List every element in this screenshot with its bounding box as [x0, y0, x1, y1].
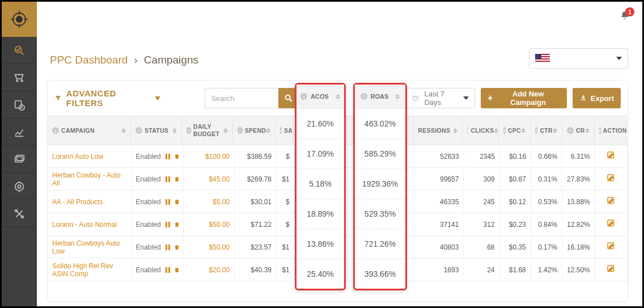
cpc-cell: $0.12 [500, 191, 531, 213]
svg-point-8 [16, 80, 18, 82]
col-clicks[interactable]: iCLICKS [463, 116, 499, 145]
pause-icon[interactable] [164, 199, 171, 205]
trash-icon[interactable] [173, 244, 180, 251]
cpc-cell: $0.87 [500, 168, 531, 190]
acos-value: 18.89% [296, 199, 344, 229]
advanced-filters-toggle[interactable]: ADVANCED FILTERS [54, 88, 160, 108]
roas-highlight-column: iROAS 463.02%585.29%1929.36%529.35%721.2… [353, 83, 407, 290]
roas-header[interactable]: iROAS [355, 85, 405, 108]
edit-button[interactable] [606, 218, 616, 230]
spend-cell: $386.59 [235, 145, 277, 167]
clicks-cell: 24 [464, 259, 499, 281]
sidebar-item-cart[interactable] [2, 64, 37, 91]
ctr-cell: 0.84% [531, 213, 562, 235]
campaign-link[interactable]: Lorann - Auto Normal [48, 213, 132, 235]
country-select[interactable] [529, 48, 628, 69]
spend-cell: $23.57 [235, 236, 277, 258]
col-spend[interactable]: iSPEND [233, 116, 276, 145]
pause-icon[interactable] [164, 267, 171, 273]
add-campaign-label: Add New Campaign [496, 90, 560, 107]
svg-rect-26 [168, 176, 170, 182]
budget-cell[interactable]: $100.00 [184, 145, 235, 167]
trash-icon[interactable] [173, 153, 180, 160]
roas-label: ROAS [371, 93, 389, 100]
pause-icon[interactable] [164, 176, 171, 183]
trash-icon[interactable] [173, 221, 180, 228]
add-campaign-button[interactable]: +Add New Campaign [481, 88, 567, 108]
edit-button[interactable] [606, 196, 616, 208]
sidebar-item-trends[interactable] [2, 119, 37, 146]
acos-value: 21.60% [296, 108, 344, 138]
spend-cell: $269.78 [235, 168, 277, 190]
spend-cell: $40.39 [235, 259, 277, 281]
cpc-cell: $0.35 [500, 236, 531, 258]
topbar: 1 [37, 2, 642, 37]
budget-cell[interactable]: $20.00 [184, 259, 235, 281]
campaign-link[interactable]: Herban Cowboys Auto Low [48, 236, 132, 258]
edit-button[interactable] [606, 241, 616, 253]
ctr-cell: 1.42% [531, 259, 562, 281]
budget-cell[interactable]: $50.00 [184, 213, 235, 235]
roas-value: 721.26% [355, 229, 405, 259]
edit-button[interactable] [606, 150, 616, 162]
budget-cell[interactable]: $5.00 [184, 191, 235, 213]
acos-value: 25.40% [296, 259, 344, 289]
export-button[interactable]: Export [573, 88, 621, 108]
col-cr[interactable]: iCR [562, 116, 595, 145]
edit-button[interactable] [606, 173, 616, 185]
pause-icon[interactable] [164, 244, 171, 251]
col-campaign[interactable]: iCAMPAIGN [48, 116, 131, 145]
ctr-cell: 0.66% [531, 145, 562, 167]
action-cell [595, 259, 628, 281]
status-cell: Enabled [132, 236, 184, 258]
cr-cell: 6.31% [562, 145, 595, 167]
svg-point-1 [16, 16, 22, 22]
budget-cell[interactable]: $50.00 [184, 236, 235, 258]
campaign-link[interactable]: Lorann Auto Low [48, 145, 132, 167]
svg-rect-28 [166, 199, 167, 205]
sales-fragment-cell: $ [277, 145, 295, 167]
col-sales-fragment[interactable]: iSA [276, 116, 294, 145]
ctr-cell: 0.17% [531, 236, 562, 258]
campaign-link[interactable]: AA - All Products [48, 191, 132, 213]
cr-cell: 12.50% [562, 259, 595, 281]
spend-cell: $71.22 [235, 213, 277, 235]
impressions-cell: 99657 [415, 168, 464, 190]
campaign-link[interactable]: Herban Cowboy - Auto All [48, 168, 132, 190]
edit-button[interactable] [606, 264, 616, 276]
sidebar-item-billing[interactable] [2, 146, 37, 173]
col-ctr[interactable]: iCTR [531, 116, 562, 145]
sidebar-item-schedule[interactable] [2, 91, 37, 119]
status-cell: Enabled [132, 145, 184, 167]
sidebar-item-analytics[interactable] [2, 37, 37, 64]
trash-icon[interactable] [173, 176, 180, 183]
acos-header[interactable]: iACOS [296, 85, 344, 108]
sales-fragment-cell: $1 [277, 236, 295, 258]
advanced-filters-label: ADVANCED FILTERS [66, 88, 149, 108]
cr-cell: 12.82% [562, 213, 595, 235]
cr-cell: 27.83% [562, 168, 595, 190]
sidebar-item-tools[interactable] [2, 200, 37, 227]
sidebar-item-automation[interactable] [2, 173, 37, 200]
roas-value: 585.29% [355, 138, 405, 168]
svg-rect-29 [168, 199, 170, 205]
export-label: Export [591, 94, 614, 103]
chevron-down-icon [616, 57, 622, 60]
breadcrumb-root[interactable]: PPC Dashboard [50, 54, 128, 66]
trash-icon[interactable] [173, 267, 180, 273]
notifications-button[interactable]: 1 [620, 11, 630, 23]
daterange-select[interactable]: Last 7 Days [406, 88, 475, 108]
ctr-cell: 0.31% [531, 168, 562, 190]
col-cpc[interactable]: iCPC [499, 116, 531, 145]
action-cell [595, 191, 628, 213]
campaign-link[interactable]: Solido High Rel Rev ASIN Comp [48, 259, 132, 281]
pause-icon[interactable] [164, 153, 171, 160]
status-cell: Enabled [132, 191, 184, 213]
pause-icon[interactable] [164, 221, 171, 228]
col-impressions[interactable]: RESSIONS [414, 116, 463, 145]
search-input[interactable] [205, 88, 278, 108]
col-daily-budget[interactable]: iDAILY BUDGET [182, 116, 233, 145]
budget-cell[interactable]: $45.00 [184, 168, 235, 190]
col-status[interactable]: iSTATUS [131, 116, 182, 145]
trash-icon[interactable] [173, 199, 180, 205]
